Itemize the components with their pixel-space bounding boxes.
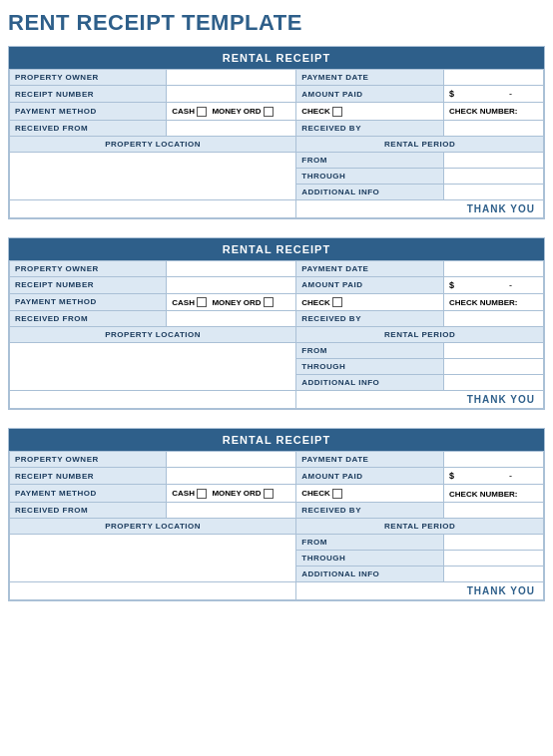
received-by-label: RECEIVED BY [296, 120, 444, 136]
money-ord-checkbox[interactable] [264, 297, 274, 307]
from-value[interactable] [444, 152, 544, 168]
check-cell: CHECK [296, 485, 444, 503]
cash-label: CASH [172, 489, 195, 498]
received-from-label: RECEIVED FROM [10, 311, 167, 327]
dollar-sign: $ [449, 471, 454, 481]
payment-method-label: PAYMENT METHOD [10, 485, 167, 503]
through-label: THROUGH [296, 168, 444, 184]
received-from-label: RECEIVED FROM [10, 502, 167, 518]
received-by-label: RECEIVED BY [296, 502, 444, 518]
receipt-number-label: RECEIPT NUMBER [10, 276, 167, 293]
check-number-label: CHECK NUMBER: [449, 107, 517, 116]
additional-info-label: ADDITIONAL INFO [296, 566, 444, 581]
cash-label: CASH [172, 107, 195, 116]
received-by-value[interactable] [444, 311, 544, 327]
check-cell: CHECK [296, 103, 444, 121]
property-location-header: PROPERTY LOCATION [10, 136, 296, 152]
additional-info-label: ADDITIONAL INFO [296, 375, 444, 391]
dash-sign: - [509, 280, 512, 290]
payment-date-value[interactable] [444, 452, 544, 468]
dollar-sign: $ [449, 89, 454, 99]
check-cell: CHECK [296, 293, 444, 311]
additional-info-value[interactable] [444, 184, 544, 199]
payment-method-label: PAYMENT METHOD [10, 103, 167, 121]
receipt-number-value[interactable] [167, 86, 296, 103]
through-label: THROUGH [296, 359, 444, 375]
from-label: FROM [296, 152, 444, 168]
from-value[interactable] [444, 534, 544, 550]
property-location-value[interactable] [10, 534, 296, 581]
money-ord-label: MONEY ORD [212, 298, 261, 307]
check-number-label: CHECK NUMBER: [449, 490, 517, 499]
through-value[interactable] [444, 168, 544, 184]
property-location-value[interactable] [10, 343, 296, 391]
payment-date-label: PAYMENT DATE [296, 452, 444, 468]
property-owner-value[interactable] [167, 452, 296, 468]
from-label: FROM [296, 534, 444, 550]
received-from-label: RECEIVED FROM [10, 120, 167, 136]
rental-period-header: RENTAL PERIOD [296, 518, 544, 534]
rental-period-header: RENTAL PERIOD [296, 136, 544, 152]
thank-you-text: THANK YOU [296, 391, 544, 409]
property-owner-value[interactable] [167, 70, 296, 86]
receipt-number-value[interactable] [167, 468, 296, 485]
property-location-value[interactable] [10, 152, 296, 199]
thank-you-text: THANK YOU [296, 581, 544, 599]
through-value[interactable] [444, 359, 544, 375]
bottom-left-empty [10, 581, 296, 599]
receipt-header-2: RENTAL RECEIPT [9, 238, 544, 260]
page-title: RENT RECEIPT TEMPLATE [8, 10, 545, 36]
check-number-cell[interactable]: CHECK NUMBER: [444, 485, 544, 503]
amount-paid-value[interactable]: $ - [444, 276, 544, 293]
money-ord-label: MONEY ORD [212, 489, 261, 498]
cash-label: CASH [172, 298, 195, 307]
property-owner-label: PROPERTY OWNER [10, 70, 167, 86]
received-from-value[interactable] [167, 311, 296, 327]
additional-info-value[interactable] [444, 566, 544, 581]
cash-moneyord-cell: CASH MONEY ORD [167, 293, 296, 311]
dash-sign: - [509, 89, 512, 99]
check-checkbox[interactable] [332, 107, 342, 117]
amount-paid-label: AMOUNT PAID [296, 86, 444, 103]
receipt-number-label: RECEIPT NUMBER [10, 468, 167, 485]
cash-checkbox[interactable] [197, 107, 207, 117]
property-owner-value[interactable] [167, 260, 296, 276]
check-number-cell[interactable]: CHECK NUMBER: [444, 293, 544, 311]
received-from-value[interactable] [167, 502, 296, 518]
bottom-left-empty [10, 199, 296, 217]
additional-info-value[interactable] [444, 375, 544, 391]
cash-checkbox[interactable] [197, 489, 207, 499]
check-number-cell[interactable]: CHECK NUMBER: [444, 103, 544, 121]
payment-date-label: PAYMENT DATE [296, 260, 444, 276]
check-label: CHECK [301, 107, 329, 116]
check-label: CHECK [301, 298, 329, 307]
cash-checkbox[interactable] [197, 297, 207, 307]
payment-date-value[interactable] [444, 260, 544, 276]
check-label: CHECK [301, 489, 329, 498]
money-ord-checkbox[interactable] [264, 107, 274, 117]
receipt-number-value[interactable] [167, 276, 296, 293]
check-checkbox[interactable] [332, 489, 342, 499]
through-label: THROUGH [296, 550, 444, 566]
cash-moneyord-cell: CASH MONEY ORD [167, 485, 296, 503]
property-location-header: PROPERTY LOCATION [10, 327, 296, 343]
amount-paid-label: AMOUNT PAID [296, 468, 444, 485]
through-value[interactable] [444, 550, 544, 566]
dash-sign: - [509, 471, 512, 481]
amount-paid-value[interactable]: $ - [444, 86, 544, 103]
from-value[interactable] [444, 343, 544, 359]
received-by-value[interactable] [444, 120, 544, 136]
received-by-value[interactable] [444, 502, 544, 518]
amount-paid-value[interactable]: $ - [444, 468, 544, 485]
check-checkbox[interactable] [332, 297, 342, 307]
money-ord-checkbox[interactable] [264, 489, 274, 499]
property-owner-label: PROPERTY OWNER [10, 260, 167, 276]
payment-method-label: PAYMENT METHOD [10, 293, 167, 311]
check-number-label: CHECK NUMBER: [449, 298, 517, 307]
thank-you-text: THANK YOU [296, 199, 544, 217]
received-from-value[interactable] [167, 120, 296, 136]
payment-date-value[interactable] [444, 70, 544, 86]
from-label: FROM [296, 343, 444, 359]
payment-date-label: PAYMENT DATE [296, 70, 444, 86]
rental-period-header: RENTAL PERIOD [296, 327, 544, 343]
